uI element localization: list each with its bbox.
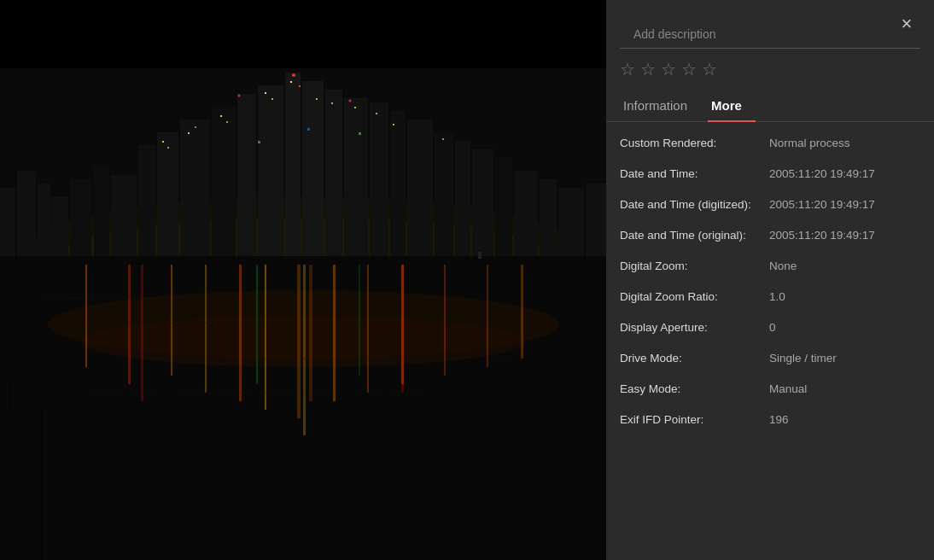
svg-rect-22 (390, 111, 406, 256)
svg-rect-4 (0, 188, 15, 256)
svg-rect-80 (0, 410, 43, 560)
table-row: Date and Time (original):2005:11:20 19:4… (606, 221, 934, 252)
svg-rect-6 (38, 184, 50, 256)
svg-rect-30 (558, 188, 584, 256)
star-1[interactable]: ☆ (620, 59, 635, 79)
table-row: Date and Time (digitized):2005:11:20 19:… (606, 190, 934, 221)
svg-rect-61 (128, 265, 131, 384)
meta-label: Easy Mode: (620, 382, 769, 398)
svg-rect-5 (17, 171, 36, 256)
svg-rect-23 (407, 120, 433, 256)
svg-rect-60 (85, 265, 87, 367)
table-row: Digital Zoom Ratio:1.0 (606, 283, 934, 313)
star-2[interactable]: ☆ (640, 59, 656, 79)
svg-rect-15 (237, 94, 256, 256)
meta-value: 2005:11:20 19:49:17 (769, 228, 920, 244)
svg-rect-35 (195, 126, 196, 128)
svg-rect-27 (495, 158, 512, 256)
svg-rect-37 (226, 121, 228, 123)
image-panel (0, 0, 606, 560)
svg-rect-9 (94, 166, 109, 256)
tabs-row: Information More (606, 90, 934, 122)
svg-rect-69 (444, 265, 446, 376)
svg-rect-58 (303, 265, 306, 435)
meta-value: Manual (769, 382, 920, 398)
svg-rect-75 (359, 265, 360, 376)
star-3[interactable]: ☆ (661, 59, 676, 79)
tab-information[interactable]: Information (620, 90, 701, 121)
svg-rect-20 (344, 98, 368, 256)
svg-rect-43 (331, 102, 333, 104)
svg-rect-47 (442, 138, 444, 140)
svg-rect-39 (271, 98, 273, 100)
svg-rect-32 (162, 141, 164, 143)
svg-point-49 (349, 100, 352, 102)
svg-rect-24 (435, 132, 453, 256)
svg-rect-66 (333, 265, 336, 401)
meta-label: Date and Time (original): (620, 228, 769, 244)
svg-rect-72 (141, 265, 143, 401)
svg-rect-13 (180, 120, 210, 256)
svg-rect-31 (586, 184, 606, 256)
svg-rect-26 (472, 149, 493, 256)
svg-rect-21 (370, 102, 388, 256)
svg-rect-53 (359, 132, 361, 135)
meta-value: 196 (769, 412, 920, 429)
svg-rect-40 (290, 81, 292, 83)
svg-rect-57 (297, 265, 301, 418)
svg-rect-12 (157, 132, 178, 256)
star-4[interactable]: ☆ (681, 59, 697, 79)
tab-more[interactable]: More (708, 90, 756, 121)
star-5[interactable]: ☆ (702, 59, 717, 79)
meta-value: 1.0 (769, 289, 920, 306)
svg-point-50 (238, 95, 241, 97)
svg-rect-74 (256, 265, 258, 384)
meta-label: Date and Time (digitized): (620, 197, 769, 213)
svg-rect-42 (316, 98, 318, 100)
svg-rect-29 (540, 179, 557, 256)
svg-rect-28 (514, 171, 538, 256)
meta-label: Display Aperture: (620, 320, 769, 336)
metadata-list: Custom Rendered:Normal processDate and T… (606, 122, 934, 560)
svg-rect-36 (220, 115, 222, 117)
svg-rect-67 (367, 265, 369, 393)
svg-rect-38 (265, 92, 266, 94)
meta-value: 0 (769, 320, 920, 336)
svg-rect-46 (393, 124, 394, 125)
meta-value: 2005:11:20 19:49:17 (769, 166, 920, 183)
svg-point-48 (292, 73, 295, 77)
stars-row: ☆ ☆ ☆ ☆ ☆ (606, 49, 934, 90)
meta-value: 2005:11:20 19:49:17 (769, 197, 920, 213)
svg-rect-10 (111, 175, 137, 256)
svg-rect-19 (325, 90, 342, 256)
svg-rect-59 (309, 265, 312, 401)
svg-rect-41 (299, 85, 301, 87)
table-row: Custom Rendered:Normal process (606, 129, 934, 160)
svg-rect-81 (9, 384, 13, 560)
meta-value: Normal process (769, 136, 920, 152)
svg-rect-62 (171, 265, 172, 376)
table-row: Easy Mode:Manual (606, 375, 934, 405)
table-row: Drive Mode:Single / timer (606, 344, 934, 375)
info-panel: × ☆ ☆ ☆ ☆ ☆ Information More Custom Rend… (606, 0, 934, 560)
svg-rect-65 (265, 265, 266, 410)
svg-rect-7 (51, 196, 68, 256)
svg-rect-16 (258, 85, 283, 256)
meta-label: Exif IFD Pointer: (620, 412, 769, 429)
meta-label: Custom Rendered: (620, 136, 769, 152)
meta-value: Single / timer (769, 351, 920, 367)
svg-rect-17 (285, 73, 301, 256)
meta-label: Digital Zoom Ratio: (620, 289, 769, 306)
description-input[interactable] (620, 14, 920, 49)
svg-rect-71 (521, 265, 523, 359)
svg-rect-11 (138, 145, 155, 256)
svg-rect-52 (307, 128, 310, 131)
meta-label: Drive Mode: (620, 351, 769, 367)
table-row: Date and Time:2005:11:20 19:49:17 (606, 160, 934, 190)
meta-label: Digital Zoom: (620, 259, 769, 275)
table-row: Digital Zoom:None (606, 252, 934, 283)
svg-rect-82 (478, 252, 482, 259)
close-button[interactable]: × (893, 10, 920, 38)
svg-rect-25 (455, 141, 470, 256)
svg-rect-44 (354, 107, 356, 108)
